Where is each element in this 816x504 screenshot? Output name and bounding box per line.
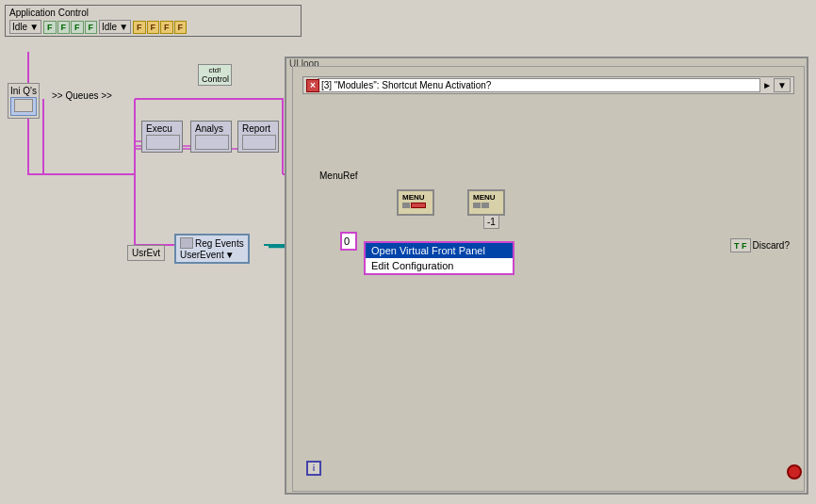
control-terminal: ctd! Control xyxy=(198,64,232,86)
f-btn-2[interactable]: F xyxy=(57,21,71,34)
idle-label-2: Idle xyxy=(102,22,117,32)
control-text: Control xyxy=(202,74,228,84)
arrow-right-icon[interactable]: ► xyxy=(762,80,772,90)
reg-events-icon: Reg Events xyxy=(180,237,244,249)
app-control-title: Application Control xyxy=(9,8,297,18)
f-btn-3[interactable]: F xyxy=(71,21,84,34)
discard-box: T F xyxy=(730,238,751,252)
case-dropdown[interactable]: ▼ xyxy=(774,78,791,92)
canvas: Application Control Idle ▼ F F F F Idle … xyxy=(0,0,816,504)
execu-icon xyxy=(146,135,180,150)
info-icon: i xyxy=(313,463,316,473)
report-label: Report xyxy=(242,123,274,134)
f-btn-1[interactable]: F xyxy=(43,21,57,34)
popup-item-2-text: Edit Configuration xyxy=(371,260,453,271)
reg-events-label: Reg Events xyxy=(195,238,244,249)
menu-ref-label: MenuRef xyxy=(319,171,358,181)
popup-menu-zero: 0 xyxy=(340,232,357,251)
minus1-constant: -1 xyxy=(483,215,499,229)
queues-label: >> Queues >> xyxy=(52,90,112,101)
init-label: Ini Q's xyxy=(10,86,37,96)
popup-menu: Open Virtual Front Panel Edit Configurat… xyxy=(364,241,514,275)
f-btn-8[interactable]: F xyxy=(174,21,188,34)
execu-label: Execu xyxy=(146,123,178,134)
tf-indicator: T F xyxy=(734,241,747,251)
popup-item-1[interactable]: Open Virtual Front Panel xyxy=(366,243,513,258)
init-inner-box xyxy=(10,97,37,116)
case-structure-bar: × ◄ [3] "Modules": Shortcut Menu Activat… xyxy=(302,76,794,94)
idle-arrow-1: ▼ xyxy=(29,22,39,32)
stop-button[interactable] xyxy=(787,464,802,480)
user-event-type: UserEvent ▼ xyxy=(180,250,244,260)
menu-node-2-label: MENU xyxy=(473,193,499,202)
idle-dropdown-1[interactable]: Idle ▼ xyxy=(9,20,41,34)
menu-node-2-ports xyxy=(473,203,499,208)
execu-vi[interactable]: Execu xyxy=(141,121,183,153)
case-text: [3] "Modules": Shortcut Menu Activation? xyxy=(318,78,760,92)
idle-label-1: Idle xyxy=(12,22,27,32)
case-close-button[interactable]: × xyxy=(306,79,319,92)
idle-arrow-2: ▼ xyxy=(119,22,128,32)
user-evt-label: UsrEvt xyxy=(132,248,160,258)
ui-loop-inner: × ◄ [3] "Modules": Shortcut Menu Activat… xyxy=(292,66,805,492)
minus1-value: -1 xyxy=(487,217,496,227)
report-vi[interactable]: Report xyxy=(237,121,279,153)
app-control-panel: Application Control Idle ▼ F F F F Idle … xyxy=(5,5,302,37)
f-btn-6[interactable]: F xyxy=(147,21,160,34)
menu-port-2-in xyxy=(473,203,481,208)
init-vi-icon[interactable] xyxy=(14,99,33,112)
control-label: ctd! xyxy=(202,66,228,74)
reg-events-vi-icon xyxy=(180,237,193,249)
f-btn-group-1: F F F F xyxy=(43,21,97,34)
close-icon: × xyxy=(310,80,316,90)
popup-item-1-text: Open Virtual Front Panel xyxy=(371,245,485,256)
reg-events-box: Reg Events UserEvent ▼ xyxy=(174,234,250,264)
menu-node-1-ports xyxy=(402,203,429,208)
menu-port-2-out xyxy=(481,203,489,208)
menu-port-in xyxy=(402,203,410,208)
info-button[interactable]: i xyxy=(306,461,321,476)
init-block: Ini Q's xyxy=(8,83,40,119)
idle-dropdown-2[interactable]: Idle ▼ xyxy=(99,20,131,34)
analys-vi[interactable]: Analys xyxy=(190,121,232,153)
analys-icon xyxy=(195,135,229,150)
f-btn-7[interactable]: F xyxy=(160,21,173,34)
discard-node: T F Discard? xyxy=(730,238,790,252)
menu-node-1-label: MENU xyxy=(402,193,429,202)
f-btn-5[interactable]: F xyxy=(133,21,146,34)
f-btn-4[interactable]: F xyxy=(85,21,98,34)
analys-label: Analys xyxy=(195,123,227,134)
app-control-row1: Idle ▼ F F F F Idle ▼ F F F F xyxy=(9,20,297,34)
menu-port-delete xyxy=(411,203,426,208)
user-event-box: UsrEvt xyxy=(127,245,165,261)
zero-label: 0 xyxy=(344,236,350,247)
report-icon xyxy=(242,135,276,150)
popup-item-2[interactable]: Edit Configuration xyxy=(366,258,513,273)
f-btn-group-2: F F F F xyxy=(133,21,187,34)
discard-label: Discard? xyxy=(753,240,790,251)
menu-node-1[interactable]: MENU xyxy=(397,189,434,216)
menu-node-2[interactable]: MENU xyxy=(467,189,505,216)
